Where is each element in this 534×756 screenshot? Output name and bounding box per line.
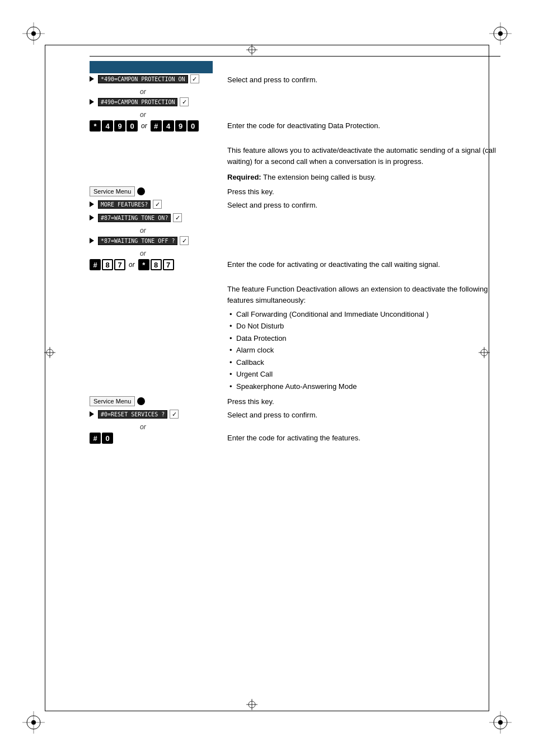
right-col-waiting-desc: This feature allows you to activate/deac… [218,145,500,167]
key-hash-87: # [90,259,101,270]
menu-item-reset-services: #0=RESET SERVICES ? [98,410,167,419]
key-star-1: * [90,120,101,132]
check-box-campon-protection: ✓ [180,97,189,106]
main-content: *490=CAMPON PROTECTION ON ✓ Select and p… [90,56,500,689]
left-col-reset-services: #0=RESET SERVICES ? ✓ [90,410,218,419]
corner-mark-tr [489,22,512,45]
key-9-1: 9 [114,120,125,132]
or-row-1: or [90,88,500,96]
right-col-service-menu-1: Press this key. [218,186,500,198]
text-function-desc: The feature Function Deactivation allows… [227,285,488,304]
bullet-dnd: Do Not Disturb [227,321,500,332]
key-8-1: 8 [102,259,113,270]
right-col-waiting-req: Required: The extension being called is … [218,172,500,183]
text-select-confirm-3: Select and press to confirm. [227,411,317,419]
left-col-490-keys: * 4 9 0 or # 4 9 0 [90,120,218,132]
check-box-campon-on: ✓ [190,74,199,83]
or-text-4: or [123,250,146,257]
key-9-2: 9 [175,120,186,132]
arrow-icon-4 [90,215,94,220]
arrow-icon-3 [90,201,94,207]
key-4-2: 4 [163,120,174,132]
right-col-function-desc: The feature Function Deactivation allows… [218,284,500,394]
service-menu-container-2: Service Menu [90,396,145,406]
page-border-bottom [45,711,489,711]
or-text-3: or [123,227,146,234]
or-text-5: or [123,423,146,431]
text-enter-code-activate: Enter the code for activating the featur… [227,434,360,442]
or-text-2: or [123,111,146,119]
key-0-reset: 0 [102,433,113,444]
service-menu-box-1[interactable]: Service Menu [90,186,135,196]
menu-item-campon-protection: #490=CAMPON PROTECTION [98,98,177,106]
or-keys-1: or [141,122,147,130]
row-87-on: #87=WAITING TONE ON? ✓ [90,213,500,224]
arrow-icon-5 [90,238,94,243]
right-col-reset-services: Select and press to confirm. [218,410,500,421]
corner-mark-br [489,711,512,734]
key-star-87: * [138,259,149,270]
bullet-alarm-clock: Alarm clock [227,345,500,356]
key-code-490: * 4 9 0 or # 4 9 0 [90,120,199,132]
key-hash-0: # [90,433,101,444]
crosshair-bottom [246,699,257,712]
left-col-hash0: # 0 [90,433,218,444]
key-code-hash0: # 0 [90,433,113,444]
row-campon-protection: #490=CAMPON PROTECTION ✓ [90,97,500,109]
bullet-callback: Callback [227,357,500,368]
or-row-2: or [90,111,500,119]
text-waiting-required: The extension being called is busy. [263,173,376,181]
required-label-waiting: Required: [227,173,261,181]
crosshair-left [44,347,55,360]
key-7-2: 7 [163,259,174,270]
row-service-menu-1: Service Menu Press this key. [90,186,500,198]
text-enter-code-waiting: Enter the code for activating or deactiv… [227,260,440,269]
gap-1 [90,136,500,145]
menu-item-more-features: MORE FEATURES? [98,200,151,209]
left-col-campon-on: *490=CAMPON PROTECTION ON ✓ [90,74,218,83]
section-header-bar [90,61,213,73]
left-col-service-menu-2: Service Menu [90,396,218,406]
row-reset-services: #0=RESET SERVICES ? ✓ Select and press t… [90,410,500,421]
bullet-speakerphone: Speakerphone Auto-Answering Mode [227,381,500,392]
service-menu-box-2[interactable]: Service Menu [90,396,135,406]
service-menu-button-2[interactable] [137,397,145,405]
row-waiting-description: This feature allows you to activate/deac… [90,145,500,167]
check-box-87-off: ✓ [180,236,189,245]
bullet-call-forwarding: Call Forwarding (Conditional and Immedia… [227,309,500,320]
section-function-deactivation: The feature Function Deactivation allows… [90,284,500,444]
row-service-menu-2: Service Menu Press this key. [90,396,500,407]
right-col-campon-on: Select and press to confirm. [218,74,500,86]
arrow-icon-2 [90,99,94,105]
service-menu-button-1[interactable] [137,187,145,195]
row-490-keys: * 4 9 0 or # 4 9 0 Enter the code for de… [90,120,500,132]
right-col-service-menu-2: Press this key. [218,396,500,407]
key-0-2: 0 [188,120,199,132]
right-col-more-features: Select and press to confirm. [218,200,500,211]
left-col-campon-protection: #490=CAMPON PROTECTION ✓ [90,97,218,106]
right-col-87-keys: Enter the code for activating or deactiv… [218,259,500,270]
top-rule [90,56,500,57]
menu-item-campon-on: *490=CAMPON PROTECTION ON [98,75,188,83]
page-border-top [45,45,489,45]
left-col-87-off: *87=WAITING TONE OFF ? ✓ [90,236,218,245]
left-col-87-on: #87=WAITING TONE ON? ✓ [90,213,218,222]
gap-2 [90,275,500,284]
crosshair-top [246,44,257,57]
or-row-3: or [90,227,500,234]
right-col-hash0: Enter the code for activating the featur… [218,433,500,444]
feature-list: Call Forwarding (Conditional and Immedia… [227,309,500,392]
key-hash-1: # [151,120,162,132]
check-box-87-on: ✓ [173,213,182,222]
page-border-left [45,45,45,711]
section-waiting-tone: This feature allows you to activate/deac… [90,145,500,284]
text-select-confirm-1: Select and press to confirm. [227,76,317,84]
or-keys-2: or [129,261,135,269]
corner-mark-tl [22,22,45,45]
or-row-5: or [90,423,500,431]
or-row-4: or [90,250,500,257]
row-87-off: *87=WAITING TONE OFF ? ✓ [90,236,500,247]
row-hash0-keys: # 0 Enter the code for activating the fe… [90,433,500,444]
text-enter-code-deactivate: Enter the code for deactivating Data Pro… [227,121,380,130]
section-data-protection: *490=CAMPON PROTECTION ON ✓ Select and p… [90,61,500,145]
